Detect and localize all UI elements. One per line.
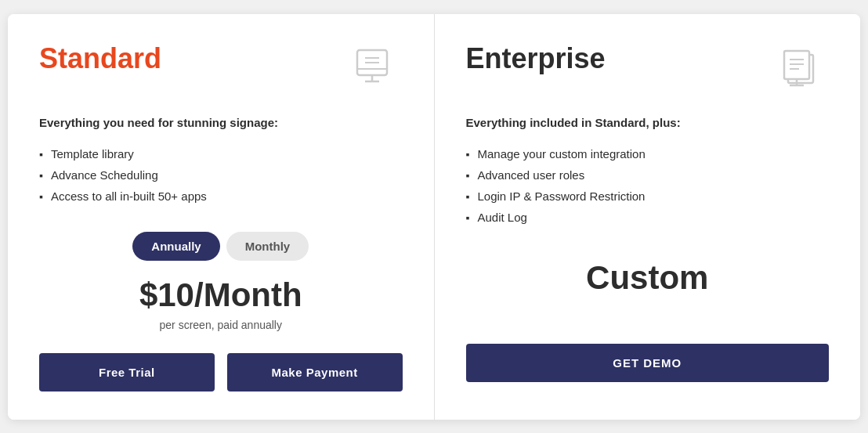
- billing-toggle: Annually Monthly: [39, 232, 403, 261]
- standard-plan-card: Standard Everything you need for stunnin…: [8, 14, 435, 420]
- list-item: Manage your custom integration: [466, 143, 830, 164]
- list-item: Advanced user roles: [466, 164, 830, 186]
- price-display: $10/Month: [39, 276, 403, 314]
- standard-header: Standard: [39, 42, 403, 100]
- standard-features-list: Template library Advance Scheduling Acce…: [39, 143, 403, 207]
- price-amount: $10/Month: [139, 276, 302, 313]
- enterprise-price: Custom: [466, 259, 830, 297]
- get-demo-button[interactable]: GET DEMO: [466, 344, 830, 382]
- free-trial-button[interactable]: Free Trial: [39, 353, 215, 392]
- price-subtext: per screen, paid annually: [39, 319, 403, 331]
- list-item: Advance Scheduling: [39, 164, 403, 186]
- standard-plan-title: Standard: [39, 42, 161, 75]
- enterprise-features-list: Manage your custom integration Advanced …: [466, 143, 830, 228]
- pricing-container: Standard Everything you need for stunnin…: [8, 14, 860, 420]
- list-item: Login IP & Password Restriction: [466, 186, 830, 207]
- enterprise-plan-title: Enterprise: [466, 42, 606, 75]
- enterprise-header: Enterprise: [466, 42, 830, 100]
- list-item: Access to all in-built 50+ apps: [39, 186, 403, 207]
- monitor-document-icon: [348, 42, 403, 100]
- standard-subtitle: Everything you need for stunning signage…: [39, 116, 403, 129]
- list-item: Template library: [39, 143, 403, 164]
- standard-action-buttons: Free Trial Make Payment: [39, 353, 403, 392]
- enterprise-plan-card: Enterprise Everything included in Standa…: [435, 14, 861, 420]
- stacked-documents-icon: [774, 42, 829, 100]
- monthly-toggle-button[interactable]: Monthly: [226, 232, 309, 261]
- enterprise-subtitle: Everything included in Standard, plus:: [466, 116, 830, 129]
- list-item: Audit Log: [466, 207, 830, 228]
- annually-toggle-button[interactable]: Annually: [132, 232, 219, 261]
- make-payment-button[interactable]: Make Payment: [227, 353, 403, 392]
